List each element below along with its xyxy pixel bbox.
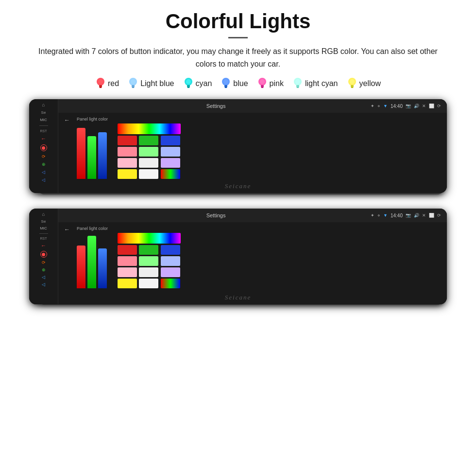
page-wrapper: Colorful Lights Integrated with 7 colors…	[0, 0, 476, 457]
svg-point-1	[98, 79, 103, 84]
color-label-lightcyan: light cyan	[305, 79, 338, 88]
page-title: Colorful Lights	[166, 10, 311, 33]
topbar-title-bot: Settings	[64, 212, 368, 218]
color-label-yellow: yellow	[359, 79, 381, 88]
devices-section: ⌂ Se ← ↺ ⊕ ⊕ ⌂ Se	[19, 99, 457, 311]
panel-light-label-bot: Panel light color	[77, 226, 441, 231]
bulb-icon-lightblue	[128, 77, 138, 90]
svg-point-21	[295, 79, 300, 84]
bot-main-card: ⌂ Se MIC RST ← ⟳ ⊕ ◁ ◁	[29, 209, 447, 304]
panel-light-label-top: Panel light color	[77, 117, 441, 122]
svg-rect-14	[224, 85, 227, 87]
bulb-icon-yellow	[347, 77, 357, 90]
svg-rect-11	[187, 87, 189, 88]
description-text: Integrated with 7 colors of button indic…	[29, 45, 447, 70]
svg-rect-27	[351, 87, 353, 88]
color-item-lightcyan: light cyan	[292, 77, 338, 90]
svg-rect-26	[351, 85, 354, 87]
svg-rect-6	[132, 85, 135, 87]
svg-rect-23	[296, 87, 299, 88]
svg-rect-3	[100, 87, 102, 88]
top-device-group: ⌂ Se ← ↺ ⊕ ⊕ ⌂ Se	[29, 99, 447, 196]
color-item-yellow: yellow	[347, 77, 381, 90]
color-item-lightblue: Light blue	[128, 77, 174, 90]
svg-point-25	[350, 79, 355, 84]
topbar-time-bot: 14:40	[391, 213, 403, 218]
color-item-pink: pink	[257, 77, 284, 90]
bot-device-group: ⌂Se ← ⌂Se ← ↺ ⊕	[29, 209, 447, 311]
svg-point-9	[186, 79, 191, 84]
colors-row: red Light blue cyan	[95, 77, 381, 90]
svg-rect-10	[187, 85, 190, 87]
svg-rect-22	[296, 85, 299, 87]
bulb-icon-cyan	[183, 77, 194, 90]
title-divider	[228, 37, 248, 38]
bulb-icon-pink	[257, 77, 268, 90]
svg-rect-19	[261, 87, 263, 88]
color-item-red: red	[95, 77, 119, 90]
color-item-cyan: cyan	[183, 77, 212, 90]
bulb-icon-lightcyan	[292, 77, 303, 90]
svg-rect-2	[99, 85, 102, 87]
bulb-icon-blue	[221, 77, 231, 90]
svg-rect-18	[261, 85, 264, 87]
color-label-pink: pink	[270, 79, 284, 88]
color-label-cyan: cyan	[196, 79, 212, 88]
svg-point-5	[131, 79, 136, 84]
color-label-blue: blue	[233, 79, 248, 88]
svg-rect-15	[225, 87, 227, 88]
color-label-red: red	[108, 79, 119, 88]
top-main-card: ⌂ Se MIC RST ← ⟳ ⊕ ◁ ◁	[29, 99, 447, 193]
topbar-title-top: Settings	[64, 103, 368, 109]
svg-point-13	[223, 79, 228, 84]
color-label-lightblue: Light blue	[140, 79, 174, 88]
color-item-blue: blue	[221, 77, 248, 90]
topbar-time-top: 14:40	[391, 104, 403, 109]
svg-point-17	[260, 79, 265, 84]
bulb-icon-red	[95, 77, 106, 90]
svg-rect-7	[132, 87, 135, 88]
